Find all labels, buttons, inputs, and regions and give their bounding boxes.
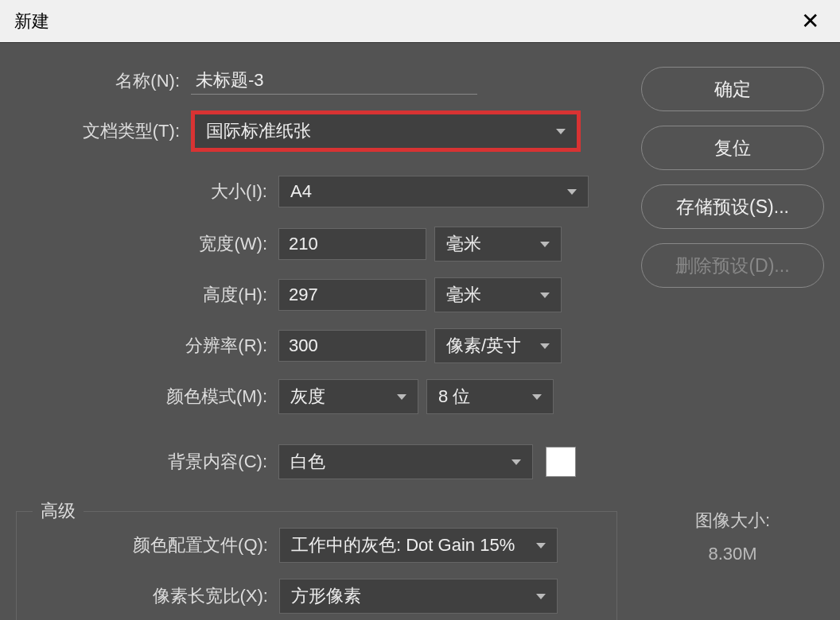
image-size-label: 图像大小:: [641, 509, 824, 533]
chevron-down-icon: [540, 343, 550, 349]
width-label: 宽度(W):: [103, 232, 278, 256]
titlebar-title: 新建: [14, 10, 49, 33]
pixel-aspect-label: 像素长宽比(X):: [17, 584, 279, 608]
chevron-down-icon: [540, 242, 550, 247]
height-unit-select[interactable]: 毫米: [434, 277, 562, 312]
chevron-down-icon: [536, 594, 546, 599]
width-input[interactable]: [278, 228, 426, 260]
resolution-input[interactable]: [278, 330, 426, 362]
resolution-label: 分辨率(R):: [103, 334, 278, 358]
bit-depth-select[interactable]: 8 位: [426, 379, 554, 414]
advanced-title: 高级: [33, 499, 84, 523]
chevron-down-icon: [397, 394, 406, 400]
reset-button[interactable]: 复位: [641, 126, 824, 170]
background-label: 背景内容(C):: [88, 450, 278, 474]
height-input[interactable]: [278, 279, 426, 311]
button-area: 确定 复位 存储预设(S)... 删除预设(D)... 图像大小: 8.30M: [633, 67, 824, 620]
save-preset-button[interactable]: 存储预设(S)...: [641, 184, 824, 229]
chevron-down-icon: [556, 129, 566, 134]
image-size-value: 8.30M: [641, 544, 824, 564]
chevron-down-icon: [536, 543, 546, 548]
pixel-aspect-value: 方形像素: [291, 584, 361, 608]
pixel-aspect-select[interactable]: 方形像素: [279, 579, 558, 614]
background-select[interactable]: 白色: [278, 444, 533, 479]
chevron-down-icon: [511, 459, 521, 465]
size-value: A4: [290, 181, 312, 202]
resolution-unit-value: 像素/英寸: [446, 334, 521, 358]
close-icon[interactable]: ✕: [795, 5, 826, 37]
chevron-down-icon: [567, 189, 577, 195]
width-unit-value: 毫米: [446, 232, 481, 256]
bit-depth-value: 8 位: [438, 385, 470, 409]
background-value: 白色: [290, 450, 325, 474]
name-label: 名称(N):: [16, 69, 191, 93]
doc-type-select[interactable]: 国际标准纸张: [191, 110, 581, 152]
delete-preset-button: 删除预设(D)...: [641, 243, 824, 288]
new-document-dialog: 新建 ✕ 名称(N): 文档类型(T): 国际标准纸张: [0, 0, 840, 620]
chevron-down-icon: [540, 293, 550, 298]
image-size-area: 图像大小: 8.30M: [641, 509, 824, 564]
doc-type-label: 文档类型(T):: [16, 119, 191, 143]
titlebar: 新建 ✕: [0, 0, 840, 43]
size-select[interactable]: A4: [278, 176, 589, 207]
ok-button[interactable]: 确定: [641, 67, 824, 111]
resolution-unit-select[interactable]: 像素/英寸: [434, 328, 562, 363]
name-input[interactable]: [191, 67, 477, 95]
form-area: 名称(N): 文档类型(T): 国际标准纸张 大小(I):: [16, 67, 633, 620]
advanced-section: 高级 颜色配置文件(Q): 工作中的灰色: Dot Gain 15% 像素长宽比…: [16, 511, 617, 620]
color-profile-label: 颜色配置文件(Q):: [17, 533, 279, 557]
color-profile-value: 工作中的灰色: Dot Gain 15%: [291, 533, 515, 557]
background-color-swatch[interactable]: [546, 447, 576, 477]
size-label: 大小(I):: [103, 180, 278, 203]
height-unit-value: 毫米: [446, 283, 481, 307]
color-mode-select[interactable]: 灰度: [278, 379, 418, 414]
color-mode-value: 灰度: [290, 385, 325, 409]
color-profile-select[interactable]: 工作中的灰色: Dot Gain 15%: [279, 528, 558, 563]
width-unit-select[interactable]: 毫米: [434, 227, 562, 262]
chevron-down-icon: [532, 394, 542, 400]
height-label: 高度(H):: [103, 283, 278, 307]
doc-type-value: 国际标准纸张: [206, 119, 311, 143]
color-mode-label: 颜色模式(M):: [88, 385, 278, 409]
